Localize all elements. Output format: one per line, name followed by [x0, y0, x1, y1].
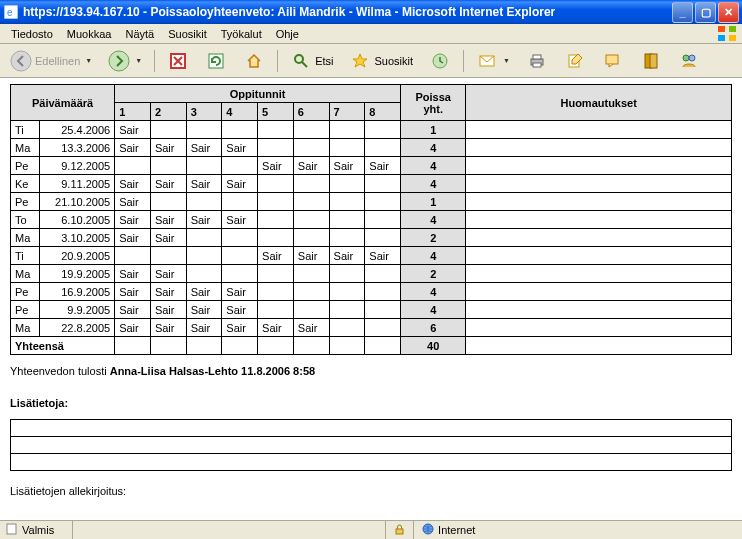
content-area: Päivämäärä Oppitunnit Poissa yht. Huomau…: [0, 78, 742, 520]
cell-lesson: [293, 283, 329, 301]
cell-lesson: Sair: [115, 193, 151, 211]
cell-lesson: Sair: [365, 157, 401, 175]
search-icon: [290, 50, 312, 72]
cell-total: 4: [401, 175, 466, 193]
table-row: Ma22.8.2005SairSairSairSairSairSair6: [11, 319, 732, 337]
table-row: Pe9.12.2005SairSairSairSair4: [11, 157, 732, 175]
cell-date: 20.9.2005: [39, 247, 115, 265]
cell-lesson: [365, 211, 401, 229]
svg-point-2: [11, 51, 31, 71]
close-button[interactable]: ✕: [718, 2, 739, 23]
internet-icon: [422, 523, 434, 537]
cell-lesson: Sair: [258, 157, 294, 175]
cell-date: 9.11.2005: [39, 175, 115, 193]
toolbar-separator: [463, 50, 464, 72]
menu-item-help[interactable]: Ohje: [269, 26, 306, 42]
back-button[interactable]: Edellinen ▼: [4, 46, 98, 76]
statusbar: Valmis Internet: [0, 520, 742, 539]
cell-lesson: [186, 157, 222, 175]
cell-lesson: [115, 247, 151, 265]
edit-button[interactable]: [558, 46, 592, 76]
sum-total: 40: [401, 337, 466, 355]
mail-button[interactable]: ▼: [470, 46, 516, 76]
cell-lesson: [293, 301, 329, 319]
cell-date: 3.10.2005: [39, 229, 115, 247]
minimize-button[interactable]: _: [672, 2, 693, 23]
discuss-button[interactable]: [596, 46, 630, 76]
maximize-button[interactable]: ▢: [695, 2, 716, 23]
cell-lesson: [329, 139, 365, 157]
signature-label: Lisätietojen allekirjoitus:: [10, 485, 732, 497]
cell-lesson: [258, 175, 294, 193]
cell-total: 4: [401, 247, 466, 265]
cell-lesson: Sair: [258, 319, 294, 337]
cell-lesson: Sair: [115, 301, 151, 319]
favorites-button[interactable]: Suosikit: [343, 46, 419, 76]
cell-lesson: [293, 193, 329, 211]
head-total: Poissa yht.: [401, 85, 466, 121]
toolbar-separator: [277, 50, 278, 72]
head-lesson-8: 8: [365, 103, 401, 121]
forward-button[interactable]: ▼: [102, 46, 148, 76]
head-lesson-5: 5: [258, 103, 294, 121]
home-button[interactable]: [237, 46, 271, 76]
cell-date: 19.9.2005: [39, 265, 115, 283]
cell-lesson: [329, 319, 365, 337]
cell-total: 4: [401, 283, 466, 301]
cell-lesson: Sair: [150, 229, 186, 247]
cell-notes: [466, 157, 732, 175]
menu-item-favorites[interactable]: Suosikit: [161, 26, 214, 42]
research-button[interactable]: [634, 46, 668, 76]
search-button[interactable]: Etsi: [284, 46, 339, 76]
head-lessons: Oppitunnit: [115, 85, 401, 103]
discuss-icon: [602, 50, 624, 72]
status-done: Valmis: [0, 521, 73, 539]
history-button[interactable]: [423, 46, 457, 76]
cell-lesson: Sair: [115, 139, 151, 157]
cell-notes: [466, 139, 732, 157]
chevron-down-icon: ▼: [503, 57, 510, 64]
svg-point-6: [295, 55, 303, 63]
favorites-label: Suosikit: [374, 55, 413, 67]
stop-icon: [167, 50, 189, 72]
cell-day: Pe: [11, 157, 40, 175]
table-row: Pe16.9.2005SairSairSairSair4: [11, 283, 732, 301]
cell-lesson: Sair: [293, 247, 329, 265]
menu-item-view[interactable]: Näytä: [118, 26, 161, 42]
stop-button[interactable]: [161, 46, 195, 76]
menu-item-edit[interactable]: Muokkaa: [60, 26, 119, 42]
cell-lesson: [258, 301, 294, 319]
cell-lesson: [222, 157, 258, 175]
cell-day: Ke: [11, 175, 40, 193]
messenger-button[interactable]: [672, 46, 706, 76]
page-icon: [6, 523, 18, 537]
cell-notes: [466, 121, 732, 139]
cell-lesson: [365, 139, 401, 157]
cell-lesson: Sair: [115, 319, 151, 337]
search-label: Etsi: [315, 55, 333, 67]
cell-total: 2: [401, 229, 466, 247]
head-date: Päivämäärä: [11, 85, 115, 121]
print-button[interactable]: [520, 46, 554, 76]
cell-lesson: [222, 121, 258, 139]
extras-table: [10, 419, 732, 471]
cell-notes: [466, 265, 732, 283]
cell-lesson: Sair: [222, 211, 258, 229]
menu-item-tools[interactable]: Työkalut: [214, 26, 269, 42]
refresh-button[interactable]: [199, 46, 233, 76]
cell-day: Ma: [11, 229, 40, 247]
cell-lesson: [258, 229, 294, 247]
cell-lesson: [258, 211, 294, 229]
cell-lesson: [186, 265, 222, 283]
cell-day: Ma: [11, 265, 40, 283]
cell-lesson: [329, 175, 365, 193]
cell-lesson: Sair: [293, 157, 329, 175]
menu-item-file[interactable]: Tiedosto: [4, 26, 60, 42]
cell-lesson: [365, 283, 401, 301]
cell-lesson: [293, 121, 329, 139]
svg-point-3: [109, 51, 129, 71]
lock-icon: [394, 524, 405, 537]
extras-label: Lisätietoja:: [10, 397, 732, 409]
cell-lesson: Sair: [222, 283, 258, 301]
cell-lesson: Sair: [150, 139, 186, 157]
